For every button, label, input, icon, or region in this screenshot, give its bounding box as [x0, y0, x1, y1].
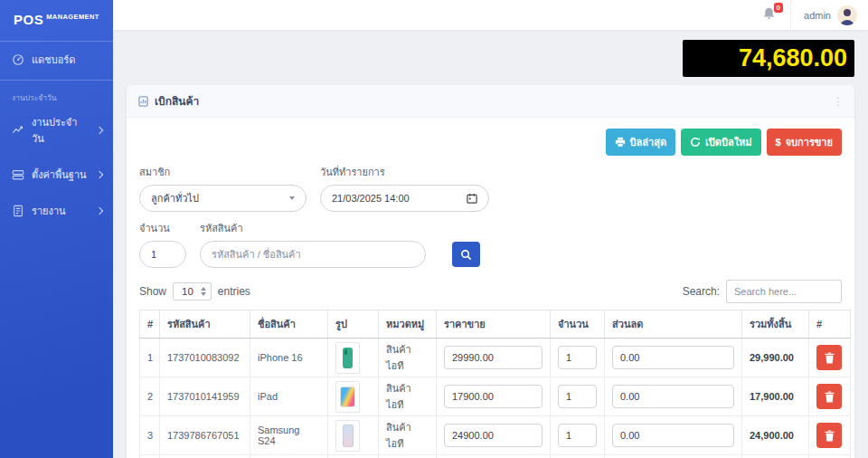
discount-cell	[605, 377, 742, 416]
transaction-date-input[interactable]: 21/03/2025 14:00	[320, 185, 489, 212]
grand-total-display: 74,680.00	[683, 40, 854, 77]
price-input[interactable]	[444, 385, 542, 408]
product-category-cell: สินค้าไอที	[379, 377, 437, 416]
column-header: #	[140, 310, 160, 339]
chevron-right-icon	[96, 207, 103, 215]
sidebar-item-label: แดชบอร์ด	[32, 52, 104, 68]
price-cell	[437, 416, 551, 455]
line-total: 24,900.00	[742, 416, 809, 455]
product-image-cell	[328, 339, 379, 377]
qty-cell	[551, 377, 605, 416]
delete-cell	[809, 455, 851, 458]
column-header: ชื่อสินค้า	[250, 310, 328, 339]
form-row-2: จำนวน รหัสสินค้า	[139, 212, 842, 268]
card-title: เบิกสินค้า	[137, 92, 199, 110]
qty-cell	[551, 339, 605, 377]
app-logo: POSMANAGEMENT	[0, 0, 113, 39]
discount-input[interactable]	[612, 346, 734, 369]
table-row: 11737010083092iPhone 16สินค้าไอที29,990.…	[140, 339, 851, 377]
delete-row-button[interactable]	[816, 423, 842, 448]
page-size-value: 10	[182, 286, 193, 297]
price-cell	[437, 455, 551, 458]
dollar-icon: $	[776, 137, 781, 148]
user-menu[interactable]: admin	[790, 0, 857, 30]
product-image-cell	[328, 377, 379, 416]
sidebar-item-daily-tasks[interactable]: งานประจำวัน	[0, 104, 113, 157]
product-name-cell: Havit	[250, 455, 328, 458]
row-number: 4	[140, 455, 160, 458]
product-search-button[interactable]	[452, 242, 480, 267]
notifications-button[interactable]: 0	[762, 6, 776, 24]
latest-bill-button[interactable]: บิลล่าสุด	[606, 129, 676, 156]
price-cell	[437, 339, 551, 377]
show-label: Show	[139, 285, 166, 298]
card-header: เบิกสินค้า ⋮	[127, 85, 854, 118]
line-total: 1,890.00	[742, 455, 809, 458]
logo-management-text: MANAGEMENT	[46, 13, 99, 21]
discount-input[interactable]	[612, 424, 734, 447]
date-value: 21/03/2025 14:00	[332, 193, 410, 204]
actions-row: บิลล่าสุด เปิดบิลใหม่ $ จบการขาย	[139, 123, 842, 156]
search-icon	[460, 249, 472, 261]
product-code-cell: 1739786767051	[160, 416, 250, 455]
line-total: 29,990.00	[742, 339, 809, 377]
transaction-date-label: วันที่ทำรายการ	[320, 164, 489, 180]
sidebar-item-dashboard[interactable]: แดชบอร์ด	[0, 42, 113, 78]
page-size-select[interactable]: 10	[173, 282, 212, 301]
entries-label: entries	[218, 285, 250, 298]
row-qty-input[interactable]	[558, 424, 597, 447]
dashboard-gauge-icon	[12, 53, 24, 66]
chevron-right-icon	[96, 171, 103, 178]
delete-row-button[interactable]	[816, 384, 842, 409]
report-file-icon	[12, 205, 24, 217]
row-qty-input[interactable]	[558, 385, 597, 408]
sidebar: POSMANAGEMENT แดชบอร์ด งานประจำวัน งานปร…	[0, 0, 113, 458]
member-label: สมาชิก	[139, 164, 307, 180]
product-image-cell	[328, 455, 379, 458]
product-image-cell	[328, 416, 379, 455]
product-code-cell: 1737010083092	[160, 339, 250, 377]
row-number: 3	[140, 416, 160, 455]
column-header: รหัสสินค้า	[160, 310, 250, 339]
row-qty-input[interactable]	[558, 346, 597, 369]
delete-row-button[interactable]	[816, 345, 842, 370]
sidebar-item-label: รายงาน	[32, 203, 90, 219]
card-body: บิลล่าสุด เปิดบิลใหม่ $ จบการขาย	[127, 118, 854, 458]
refresh-icon	[690, 137, 701, 148]
product-name-cell: iPhone 16	[250, 339, 328, 377]
price-input[interactable]	[444, 346, 542, 369]
table-row: 31739786767051Samsung S24สินค้าไอที24,90…	[140, 416, 851, 455]
member-selected-value: ลูกค้าทั่วไป	[151, 190, 199, 206]
avatar	[837, 5, 857, 25]
product-code-input[interactable]	[200, 241, 426, 268]
table-search-input[interactable]	[726, 280, 842, 303]
column-header: รูป	[328, 310, 379, 339]
discount-cell	[605, 416, 742, 455]
kebab-menu-icon[interactable]: ⋮	[833, 96, 844, 107]
table-controls: Show 10 entries Search:	[139, 280, 842, 303]
settings-cards-icon	[12, 168, 24, 181]
table-header-row: #รหัสสินค้าชื่อสินค้ารูปหมวดหมู่ราคาขายจ…	[140, 310, 851, 339]
column-header: #	[809, 310, 851, 339]
quantity-label: จำนวน	[139, 220, 186, 236]
trash-icon	[825, 430, 835, 442]
line-total: 17,900.00	[742, 377, 809, 416]
price-input[interactable]	[444, 424, 542, 447]
trash-icon	[825, 352, 835, 364]
row-number: 1	[140, 339, 160, 377]
quantity-input[interactable]	[139, 241, 186, 268]
sidebar-item-basic-settings[interactable]: ตั้งค่าพื้นฐาน	[0, 157, 113, 193]
table-row: 41739786827588Havitอุปกรณ์ต่อพ่วง1,890.0…	[140, 455, 851, 458]
row-number: 2	[140, 377, 160, 416]
sidebar-item-reports[interactable]: รายงาน	[0, 193, 113, 229]
sidebar-item-label: ตั้งค่าพื้นฐาน	[32, 167, 90, 183]
discount-cell	[605, 339, 742, 377]
end-sale-button[interactable]: $ จบการขาย	[767, 129, 842, 156]
discount-input[interactable]	[612, 385, 734, 408]
qty-cell	[551, 455, 605, 458]
notification-badge: 0	[774, 3, 783, 14]
spinner-arrows-icon	[201, 287, 206, 296]
new-bill-button[interactable]: เปิดบิลใหม่	[681, 129, 760, 156]
member-select[interactable]: ลูกค้าทั่วไป	[139, 185, 307, 212]
discount-cell	[605, 455, 742, 458]
